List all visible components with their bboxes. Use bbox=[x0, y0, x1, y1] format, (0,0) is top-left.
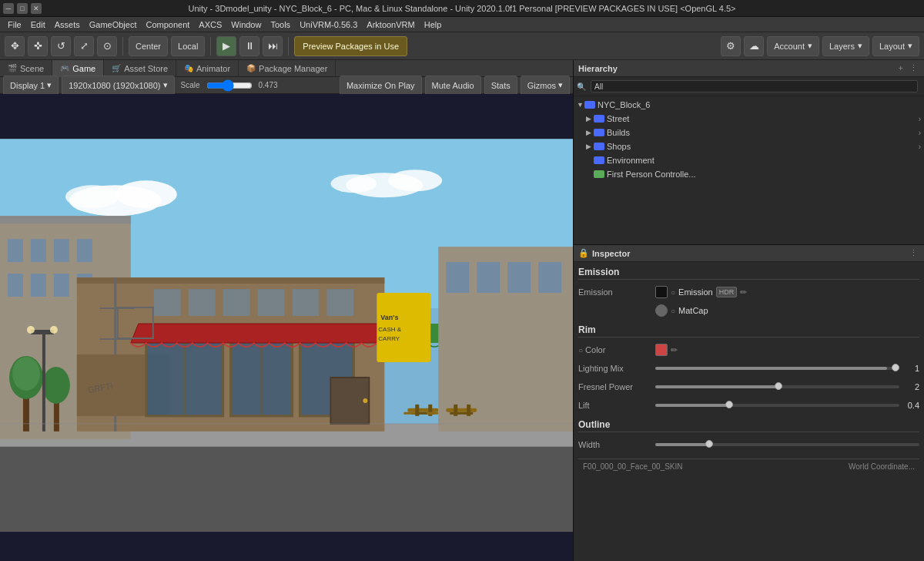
tab-asset-store[interactable]: 🛒Asset Store bbox=[104, 60, 176, 77]
inspector-bottom-text: F00_000_00_Face_00_SKIN World Coordinate… bbox=[578, 459, 919, 474]
window-title: Unity - 3Dmodel_unity - NYC_Block_6 - PC… bbox=[188, 4, 735, 13]
layout-dropdown[interactable]: Layout ▾ bbox=[872, 36, 919, 56]
hierarchy-root-item[interactable]: ▼ NYC_Block_6 bbox=[574, 98, 924, 112]
svg-point-66 bbox=[42, 367, 70, 404]
transform-rect-btn[interactable]: ⊙ bbox=[97, 36, 117, 56]
hierarchy-panel: Hierarchy + ⋮ 🔍 ▼ NYC_Block_6 bbox=[574, 60, 924, 245]
lighting-mix-row: Lighting Mix 1 bbox=[578, 361, 919, 376]
scene-view: GRFTI bbox=[0, 94, 573, 561]
hierarchy-search-input[interactable] bbox=[591, 80, 918, 92]
layers-dropdown[interactable]: Layers ▾ bbox=[822, 36, 869, 56]
rim-color-label: ○ Color bbox=[578, 345, 655, 354]
toolbar-sep-1 bbox=[122, 37, 123, 55]
menu-axcs[interactable]: AXCS bbox=[194, 17, 226, 32]
menu-tools[interactable]: Tools bbox=[266, 17, 295, 32]
matcap-swatch[interactable] bbox=[655, 304, 668, 317]
hierarchy-item-firstperson[interactable]: First Person Controlle... bbox=[574, 167, 924, 181]
menu-arktoon[interactable]: ArktoonVRM bbox=[362, 17, 419, 32]
lift-row: Lift 0.4 bbox=[578, 398, 919, 413]
account-dropdown[interactable]: Account ▾ bbox=[767, 36, 819, 56]
hierarchy-item-builds[interactable]: ▶ Builds › bbox=[574, 126, 924, 139]
svg-rect-67 bbox=[42, 331, 45, 432]
menu-window[interactable]: Window bbox=[226, 17, 266, 32]
menu-gameobject[interactable]: GameObject bbox=[85, 17, 142, 32]
tab-game[interactable]: 🎮Game bbox=[52, 60, 104, 77]
hierarchy-item-label: Builds bbox=[607, 128, 630, 137]
pause-btn[interactable]: ⏸ bbox=[239, 36, 259, 56]
cloud-btn[interactable]: ☁ bbox=[744, 36, 764, 56]
inspector-menu-icon[interactable]: ⋮ bbox=[908, 248, 919, 258]
maximize-btn[interactable]: □ bbox=[17, 3, 28, 14]
transform-move-btn[interactable]: ✜ bbox=[28, 36, 48, 56]
settings-btn[interactable]: ⚙ bbox=[721, 36, 741, 56]
svg-rect-49 bbox=[477, 262, 500, 293]
svg-rect-56 bbox=[403, 412, 415, 415]
lighting-mix-slider-container: 1 bbox=[655, 364, 919, 373]
transform-rotate-btn[interactable]: ↺ bbox=[51, 36, 71, 56]
minimize-btn[interactable]: ─ bbox=[3, 3, 14, 14]
hierarchy-header-icons: + ⋮ bbox=[897, 63, 919, 73]
fresnel-thumb[interactable] bbox=[775, 382, 782, 390]
menu-edit[interactable]: Edit bbox=[26, 17, 50, 32]
rim-color-value: ✏ bbox=[655, 344, 919, 356]
svg-rect-81 bbox=[152, 307, 154, 339]
display-btn[interactable]: Display 1 ▾ bbox=[3, 76, 59, 96]
tab-package-manager[interactable]: 📦Package Manager bbox=[239, 60, 336, 77]
rim-color-swatch[interactable] bbox=[655, 344, 668, 356]
tab-animator[interactable]: 🎭Animator bbox=[176, 60, 239, 77]
tab-scene[interactable]: 🎬Scene bbox=[0, 60, 52, 77]
mute-audio-btn[interactable]: Mute Audio bbox=[425, 76, 481, 96]
maximize-on-play-btn[interactable]: Maximize On Play bbox=[340, 76, 422, 96]
gameobject-icon bbox=[594, 115, 604, 123]
lighting-mix-thumb[interactable] bbox=[892, 364, 899, 371]
resolution-btn[interactable]: 1920x1080 (1920x1080) ▾ bbox=[62, 76, 174, 96]
step-btn[interactable]: ⏭ bbox=[263, 36, 283, 56]
transform-hand-btn[interactable]: ✥ bbox=[5, 36, 25, 56]
pivot-btn[interactable]: Center bbox=[129, 36, 168, 56]
svg-rect-14 bbox=[31, 239, 46, 262]
hierarchy-item-shops[interactable]: ▶ Shops › bbox=[574, 139, 924, 153]
local-btn[interactable]: Local bbox=[171, 36, 205, 56]
gameobject-icon bbox=[594, 129, 604, 136]
gizmos-btn[interactable]: Gizmos ▾ bbox=[521, 76, 570, 96]
outline-fill bbox=[655, 443, 708, 446]
svg-rect-19 bbox=[54, 274, 69, 297]
stats-btn[interactable]: Stats bbox=[484, 76, 517, 96]
svg-rect-60 bbox=[454, 405, 457, 416]
menu-component[interactable]: Component bbox=[141, 17, 194, 32]
outline-thumb[interactable] bbox=[705, 440, 713, 448]
emission-eyedrop-icon[interactable]: ✏ bbox=[740, 287, 747, 297]
emission-color-dot: ○ bbox=[671, 288, 675, 297]
chevron-down-icon: ▾ bbox=[47, 80, 52, 90]
hdr-badge[interactable]: HDR bbox=[716, 287, 738, 297]
rim-color-dot: ○ bbox=[578, 346, 583, 354]
chevron-down-icon: ▾ bbox=[163, 80, 168, 90]
svg-rect-73 bbox=[189, 289, 216, 316]
menu-univrm[interactable]: UniVRM-0.56.3 bbox=[295, 17, 362, 32]
svg-point-3 bbox=[116, 180, 177, 208]
pivot-label: Center bbox=[136, 42, 161, 51]
svg-point-7 bbox=[330, 174, 377, 193]
lift-thumb[interactable] bbox=[725, 401, 733, 408]
preview-packages-btn[interactable]: Preview Packages in Use bbox=[294, 36, 407, 56]
hierarchy-item-street[interactable]: ▶ Street › bbox=[574, 112, 924, 126]
hierarchy-add-icon[interactable]: + bbox=[897, 63, 905, 73]
gameobject-icon bbox=[594, 170, 604, 178]
hierarchy-menu-icon[interactable]: ⋮ bbox=[908, 63, 919, 73]
svg-rect-15 bbox=[54, 239, 69, 262]
arrow-icon: ▶ bbox=[586, 143, 594, 150]
hierarchy-item-environment[interactable]: Environment bbox=[574, 153, 924, 167]
menu-assets[interactable]: Assets bbox=[50, 17, 85, 32]
menu-help[interactable]: Help bbox=[420, 17, 447, 32]
menu-file[interactable]: File bbox=[3, 17, 26, 32]
outline-width-row: Width bbox=[578, 437, 919, 452]
play-btn[interactable]: ▶ bbox=[216, 36, 236, 56]
close-btn[interactable]: ✕ bbox=[31, 3, 42, 14]
rim-eyedrop-icon[interactable]: ✏ bbox=[671, 345, 678, 355]
scale-slider[interactable] bbox=[206, 82, 253, 89]
svg-rect-61 bbox=[467, 405, 470, 416]
display-label: Display 1 bbox=[10, 81, 45, 90]
transform-scale-btn[interactable]: ⤢ bbox=[74, 36, 94, 56]
emission-color-swatch[interactable] bbox=[655, 286, 668, 298]
title-bar: ─ □ ✕ Unity - 3Dmodel_unity - NYC_Block_… bbox=[0, 0, 924, 17]
